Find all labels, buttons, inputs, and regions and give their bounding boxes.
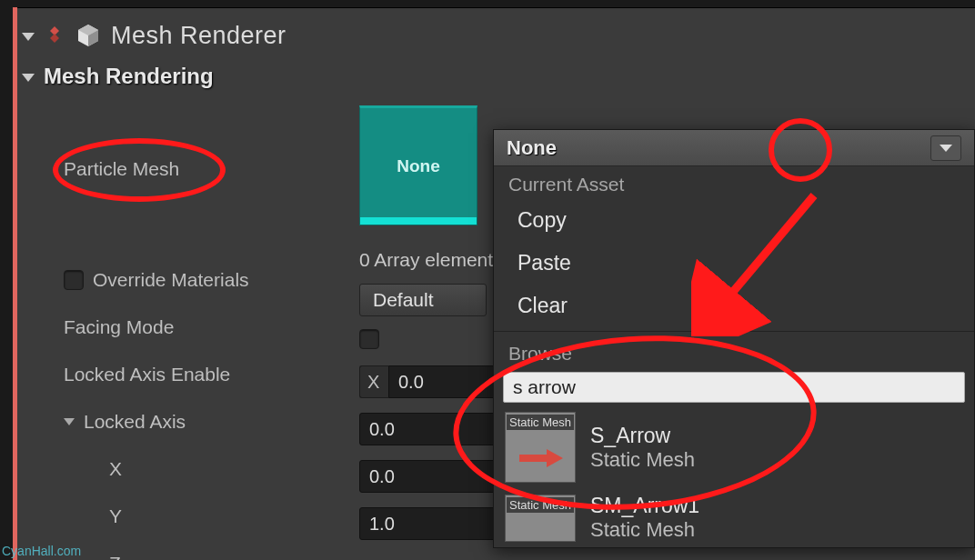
asset-result-row[interactable]: Static Mesh SM_Arrow1 Static Mesh [494, 488, 974, 547]
locked-axis-enable-checkbox[interactable] [359, 329, 379, 349]
module-header[interactable]: Mesh Renderer [22, 16, 966, 55]
expand-icon[interactable] [22, 33, 35, 41]
divider [494, 331, 974, 332]
section-label: Browse [494, 335, 974, 368]
label-text: Z [109, 553, 121, 560]
section-title: Mesh Rendering [44, 64, 214, 89]
label-text: Facing Mode [64, 316, 174, 338]
label-text: Locked Axis Enable [64, 364, 230, 385]
module-cube-icon [75, 22, 102, 49]
section-header[interactable]: Mesh Rendering [22, 64, 214, 89]
label-facing-mode: Facing Mode [55, 304, 327, 351]
thumb-tag: Static Mesh [507, 497, 574, 513]
module-title: Mesh Renderer [111, 22, 286, 50]
label-text: Locked Axis [84, 411, 186, 433]
facing-mode-select[interactable]: Default [359, 284, 487, 316]
label-text: X [109, 458, 122, 480]
select-value: Default [373, 289, 434, 311]
asset-picker-header[interactable]: None [494, 130, 974, 166]
asset-thumb-icon: Static Mesh [505, 495, 576, 542]
label-y: Y [55, 493, 327, 540]
label-text: Particle Mesh [64, 158, 179, 180]
label-x: X [55, 445, 327, 493]
override-materials-checkbox[interactable] [64, 270, 84, 290]
asset-result-row[interactable]: Static Mesh S_Arrow Static Mesh [494, 406, 974, 488]
search-text: s arrow [513, 376, 576, 398]
asset-thumb-icon: Static Mesh [505, 412, 576, 483]
label-text: Y [109, 505, 122, 527]
section-label: Current Asset [494, 166, 974, 199]
menu-item-paste[interactable]: Paste [494, 242, 974, 285]
thumbnail-text: None [397, 156, 440, 176]
expand-icon[interactable] [22, 74, 35, 82]
asset-name: S_Arrow [590, 424, 695, 448]
mesh-thumbnail[interactable]: None [359, 105, 477, 225]
label-text: Override Materials [93, 269, 249, 291]
asset-picker-popup: None Current Asset Copy Paste Clear Brow… [493, 129, 975, 548]
expand-icon[interactable] [64, 418, 75, 425]
watermark: CyanHall.com [2, 544, 81, 558]
menu-item-clear[interactable]: Clear [494, 285, 974, 327]
asset-type: Static Mesh [590, 518, 699, 542]
thumb-tag: Static Mesh [507, 415, 574, 430]
label-z: Z [55, 540, 327, 560]
row-locked-axis[interactable]: Locked Axis [55, 398, 327, 445]
selected-value: None [507, 136, 557, 160]
menu-item-copy[interactable]: Copy [494, 199, 974, 242]
asset-type: Static Mesh [590, 448, 695, 472]
asset-name: SM_Arrow1 [590, 494, 699, 518]
dropdown-caret-icon[interactable] [930, 135, 961, 161]
label-locked-axis-enable: Locked Axis Enable [55, 351, 327, 398]
label-particle-mesh: Particle Mesh [55, 145, 327, 193]
asset-search-input[interactable]: s arrow [503, 372, 965, 403]
vec-x-label: X [359, 365, 388, 398]
module-badge-icon [44, 25, 65, 46]
row-override-materials: Override Materials [55, 256, 327, 304]
